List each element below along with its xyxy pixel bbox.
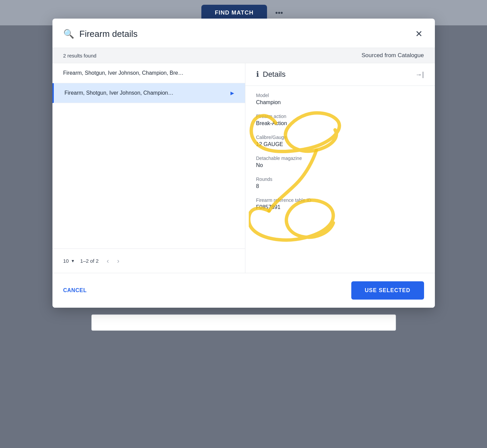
detail-value: Champion	[256, 99, 424, 105]
detail-field-rounds: Rounds 8	[256, 176, 424, 189]
bottom-area	[0, 308, 487, 448]
details-title-group: ℹ Details	[256, 70, 286, 79]
pagination: 10 ▼ 1–2 of 2 ‹ ›	[52, 249, 245, 273]
next-page-button[interactable]: ›	[114, 256, 122, 266]
modal-header: 🔍 Firearm details ✕	[52, 19, 435, 48]
detail-field-model: Model Champion	[256, 93, 424, 105]
list-item-text: Firearm, Shotgun, Iver Johnson, Champion…	[63, 70, 184, 76]
modal-content: Firearm, Shotgun, Iver Johnson, Champion…	[52, 63, 435, 273]
detail-field-calibre: Calibre/Gauge 12 GAUGE	[256, 135, 424, 147]
detail-field-action: Firearm action Break-Action	[256, 114, 424, 126]
list-items: Firearm, Shotgun, Iver Johnson, Champion…	[52, 63, 245, 249]
modal-overlay: 🔍 Firearm details ✕ 2 results found Sour…	[52, 19, 435, 308]
details-header: ℹ Details →|	[245, 63, 435, 86]
modal-title: Firearm details	[80, 29, 138, 39]
expand-icon[interactable]: →|	[415, 71, 424, 78]
detail-value: F0857891	[256, 204, 424, 210]
firearm-details-modal: 🔍 Firearm details ✕ 2 results found Sour…	[52, 19, 435, 308]
prev-page-button[interactable]: ‹	[104, 256, 112, 266]
list-item[interactable]: Firearm, Shotgun, Iver Johnson, Champion…	[52, 63, 245, 83]
details-title: Details	[263, 70, 286, 79]
detail-label: Model	[256, 93, 424, 98]
left-panel: Firearm, Shotgun, Iver Johnson, Champion…	[52, 63, 245, 273]
close-button[interactable]: ✕	[414, 28, 424, 40]
detail-field-magazine: Detachable magazine No	[256, 156, 424, 168]
dropdown-arrow-icon: ▼	[71, 259, 75, 263]
chevron-right-icon: ▶	[230, 90, 234, 96]
modal-title-group: 🔍 Firearm details	[63, 29, 138, 39]
page-size-selector[interactable]: 10 ▼	[63, 258, 75, 264]
detail-value: No	[256, 162, 424, 168]
detail-label: Detachable magazine	[256, 156, 424, 161]
cancel-button[interactable]: CANCEL	[63, 285, 87, 296]
detail-label: Calibre/Gauge	[256, 135, 424, 140]
results-count: 2 results found	[63, 53, 96, 58]
list-item[interactable]: Firearm, Shotgun, Iver Johnson, Champion…	[52, 83, 245, 103]
search-icon: 🔍	[63, 29, 74, 39]
results-bar: 2 results found Sourced from Catalogue	[52, 48, 435, 63]
more-options-button[interactable]: •••	[272, 6, 286, 20]
bottom-input-bar	[91, 314, 396, 331]
details-body: Model Champion Firearm action Break-Acti…	[245, 86, 435, 273]
detail-field-ref-id: Firearm reference table ID F0857891	[256, 197, 424, 210]
detail-label: Rounds	[256, 176, 424, 182]
page-size-value: 10	[63, 258, 69, 264]
list-item-text: Firearm, Shotgun, Iver Johnson, Champion…	[65, 90, 174, 96]
page-navigation: ‹ ›	[104, 256, 122, 266]
detail-value: Break-Action	[256, 120, 424, 126]
modal-footer: CANCEL USE SELECTED	[52, 273, 435, 308]
right-panel: ℹ Details →| Model Champion Firearm acti…	[245, 63, 435, 273]
page-info: 1–2 of 2	[80, 258, 98, 264]
info-icon: ℹ	[256, 70, 259, 79]
detail-value: 8	[256, 183, 424, 189]
detail-label: Firearm reference table ID	[256, 197, 424, 203]
use-selected-button[interactable]: USE SELECTED	[351, 281, 424, 300]
detail-value: 12 GAUGE	[256, 141, 424, 147]
sourced-label: Sourced from Catalogue	[361, 52, 424, 59]
detail-label: Firearm action	[256, 114, 424, 119]
